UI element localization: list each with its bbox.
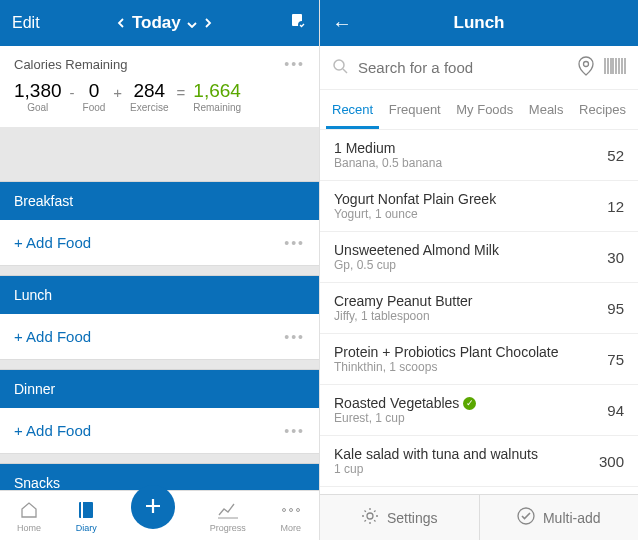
- food-name: Kale salad with tuna and walnuts: [334, 446, 538, 462]
- meal-header-lunch[interactable]: Lunch: [0, 276, 319, 314]
- svg-point-1: [298, 21, 306, 29]
- progress-icon: [217, 499, 239, 521]
- food-value: 0: [89, 80, 100, 102]
- food-subtitle: Eurest, 1 cup: [334, 411, 476, 425]
- multiadd-button[interactable]: Multi-add: [480, 495, 639, 540]
- macro-chart-placeholder: [0, 128, 319, 182]
- filter-frequent[interactable]: Frequent: [383, 90, 447, 129]
- add-food-lunch[interactable]: + Add Food •••: [0, 314, 319, 360]
- exercise-value: 284: [133, 80, 165, 102]
- filter-tabs: Recent Frequent My Foods Meals Recipes: [320, 90, 638, 130]
- filter-myfoods[interactable]: My Foods: [450, 90, 519, 129]
- lunch-header: ← Lunch: [320, 0, 638, 46]
- edit-button[interactable]: Edit: [12, 14, 40, 32]
- search-icon: [332, 58, 348, 78]
- add-fab[interactable]: [131, 485, 175, 529]
- calories-summary: Calories Remaining ••• 1,380Goal - 0Food…: [0, 46, 319, 128]
- food-calories: 12: [607, 198, 624, 215]
- goal-value: 1,380: [14, 80, 62, 102]
- svg-point-8: [584, 61, 589, 66]
- lunch-screen: ← Lunch Recent Frequent My Foods Meals R…: [320, 0, 638, 540]
- food-subtitle: Yogurt, 1 ounce: [334, 207, 496, 221]
- food-row[interactable]: Yogurt Nonfat Plain GreekYogurt, 1 ounce…: [320, 181, 638, 232]
- food-row[interactable]: Creamy Peanut ButterJiffy, 1 tablespoon9…: [320, 283, 638, 334]
- food-name: Roasted Vegetables ✓: [334, 395, 476, 411]
- location-icon[interactable]: [578, 56, 594, 80]
- food-calories: 300: [599, 453, 624, 470]
- food-row[interactable]: Protein + Probiotics Plant ChocolateThin…: [320, 334, 638, 385]
- svg-point-6: [296, 508, 299, 511]
- calories-options-icon[interactable]: •••: [284, 56, 305, 72]
- svg-point-9: [367, 513, 373, 519]
- food-name: Yogurt Nonfat Plain Greek: [334, 191, 496, 207]
- meal-options-icon[interactable]: •••: [284, 235, 305, 251]
- filter-recent[interactable]: Recent: [326, 90, 379, 129]
- settings-button[interactable]: Settings: [320, 495, 480, 540]
- food-list: 1 MediumBanana, 0.5 banana52Yogurt Nonfa…: [320, 130, 638, 540]
- barcode-icon[interactable]: [604, 58, 626, 78]
- add-food-breakfast[interactable]: + Add Food •••: [0, 220, 319, 266]
- food-subtitle: Gp, 0.5 cup: [334, 258, 499, 272]
- food-name: Protein + Probiotics Plant Chocolate: [334, 344, 559, 360]
- food-row[interactable]: 1 MediumBanana, 0.5 banana52: [320, 130, 638, 181]
- tab-diary[interactable]: Diary: [75, 499, 97, 533]
- food-calories: 75: [607, 351, 624, 368]
- check-circle-icon: [517, 507, 535, 528]
- svg-rect-3: [81, 502, 83, 518]
- remaining-value: 1,664: [193, 80, 241, 102]
- tab-more[interactable]: More: [280, 499, 302, 533]
- add-food-dinner[interactable]: + Add Food •••: [0, 408, 319, 454]
- plus-icon: [142, 495, 164, 519]
- more-icon: [280, 499, 302, 521]
- food-calories: 94: [607, 402, 624, 419]
- meal-options-icon[interactable]: •••: [284, 329, 305, 345]
- food-subtitle: 1 cup: [334, 462, 538, 476]
- search-input[interactable]: [358, 59, 568, 76]
- food-subtitle: Thinkthin, 1 scoops: [334, 360, 559, 374]
- food-name: 1 Medium: [334, 140, 442, 156]
- svg-point-4: [282, 508, 285, 511]
- search-row: [320, 46, 638, 90]
- meal-header-dinner[interactable]: Dinner: [0, 370, 319, 408]
- food-name: Unsweetened Almond Milk: [334, 242, 499, 258]
- complete-entry-icon[interactable]: [289, 12, 307, 34]
- meal-options-icon[interactable]: •••: [284, 423, 305, 439]
- filter-recipes[interactable]: Recipes: [573, 90, 632, 129]
- diary-icon: [75, 499, 97, 521]
- prev-day-icon[interactable]: [116, 13, 126, 33]
- food-subtitle: Jiffy, 1 tablespoon: [334, 309, 473, 323]
- next-day-icon[interactable]: [203, 13, 213, 33]
- gear-icon: [361, 507, 379, 528]
- verified-icon: ✓: [463, 397, 476, 410]
- back-icon[interactable]: ←: [332, 12, 362, 35]
- svg-point-5: [289, 508, 292, 511]
- food-subtitle: Banana, 0.5 banana: [334, 156, 442, 170]
- food-calories: 95: [607, 300, 624, 317]
- home-icon: [18, 499, 40, 521]
- food-calories: 52: [607, 147, 624, 164]
- food-name: Creamy Peanut Butter: [334, 293, 473, 309]
- svg-point-7: [334, 60, 344, 70]
- screen-title: Lunch: [362, 13, 596, 33]
- filter-meals[interactable]: Meals: [523, 90, 570, 129]
- tab-progress[interactable]: Progress: [210, 499, 246, 533]
- tab-bar: Home Diary Progress More: [0, 490, 319, 540]
- food-row[interactable]: Roasted Vegetables ✓Eurest, 1 cup94: [320, 385, 638, 436]
- food-row[interactable]: Unsweetened Almond MilkGp, 0.5 cup30: [320, 232, 638, 283]
- diary-header: Edit Today: [0, 0, 319, 46]
- food-calories: 30: [607, 249, 624, 266]
- date-title[interactable]: Today: [132, 13, 181, 33]
- calories-remaining-label: Calories Remaining: [14, 57, 127, 72]
- food-row[interactable]: Kale salad with tuna and walnuts1 cup300: [320, 436, 638, 487]
- meal-header-breakfast[interactable]: Breakfast: [0, 182, 319, 220]
- tab-home[interactable]: Home: [17, 499, 41, 533]
- date-dropdown-icon[interactable]: [187, 13, 197, 33]
- bottom-bar: Settings Multi-add: [320, 494, 638, 540]
- diary-screen: Edit Today Calories Remaining ••• 1,380G…: [0, 0, 320, 540]
